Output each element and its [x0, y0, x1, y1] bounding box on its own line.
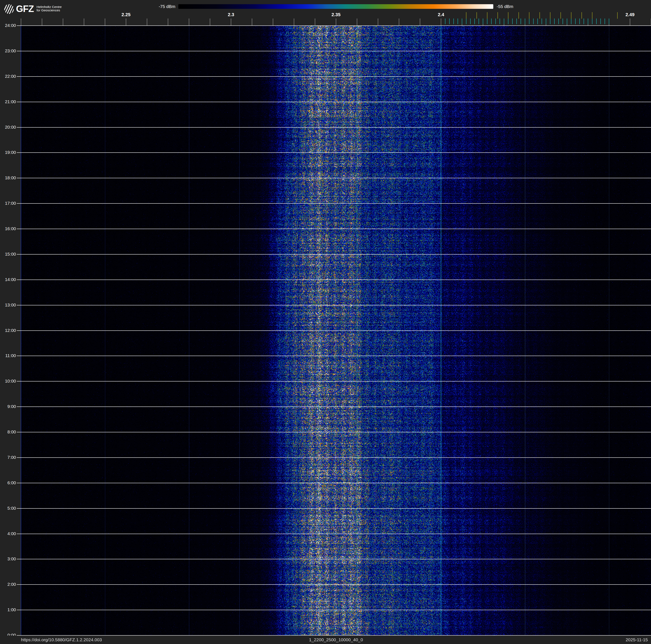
time-label: 10:00 — [0, 379, 16, 384]
ble-channel-tick — [445, 19, 445, 24]
wifi-channel-tick — [617, 12, 618, 19]
wifi-channel-tick — [476, 12, 477, 19]
ble-channel-tick — [491, 19, 492, 24]
ble-channel-tick — [558, 19, 559, 24]
header: GFZ Helmholtz Centre for Geosciences -75… — [0, 0, 651, 25]
ble-channel-tick — [550, 19, 550, 24]
colorbar-gradient — [178, 4, 493, 9]
freq-minor-tick — [189, 19, 189, 25]
freq-minor-tick — [630, 19, 630, 25]
freq-tick-label: 2.3 — [220, 12, 242, 17]
wifi-channel-tick — [529, 12, 529, 19]
ble-channel-tick — [529, 19, 529, 24]
wifi-channel-tick — [571, 12, 571, 19]
freq-minor-tick — [21, 19, 21, 25]
time-label: 4:00 — [0, 531, 16, 536]
time-label: 19:00 — [0, 150, 16, 155]
gfz-logo-brand: GFZ — [16, 4, 34, 14]
time-label: 15:00 — [0, 252, 16, 257]
ble-channel-tick — [454, 19, 454, 24]
ble-channel-tick — [470, 19, 471, 24]
ble-channel-tick — [483, 19, 483, 24]
time-label: 11:00 — [0, 353, 16, 358]
freq-minor-tick — [84, 19, 84, 25]
wifi-channel-tick — [487, 12, 488, 19]
spectrogram-plot — [21, 25, 651, 636]
ble-channel-tick — [567, 19, 567, 24]
freq-minor-tick — [294, 19, 294, 25]
carrier-line — [21, 26, 21, 635]
date-text: 2025-11-15 — [626, 636, 648, 644]
carrier-line — [189, 26, 189, 635]
ble-channel-tick — [592, 19, 592, 24]
freq-minor-tick — [231, 19, 231, 25]
freq-minor-tick — [42, 19, 42, 25]
freq-tick-label: 2.25 — [116, 12, 136, 17]
freq-tick-label: 2.49 — [620, 12, 641, 17]
carrier-line — [609, 26, 609, 635]
freq-minor-tick — [378, 19, 378, 25]
freq-minor-tick — [273, 19, 273, 25]
ble-channel-tick — [517, 19, 517, 24]
spectrogram-canvas — [21, 26, 651, 635]
time-label: 2:00 — [0, 582, 16, 587]
freq-minor-tick — [168, 19, 168, 25]
carrier-line — [239, 26, 240, 635]
time-label: 18:00 — [0, 175, 16, 180]
freq-minor-tick — [441, 19, 441, 25]
ble-channel-tick — [525, 19, 525, 24]
time-label: 20:00 — [0, 125, 16, 130]
ble-channel-tick — [449, 19, 450, 24]
freq-minor-tick — [126, 19, 126, 25]
freq-minor-tick — [105, 19, 105, 25]
ble-channel-tick — [554, 19, 555, 24]
ble-channel-tick — [571, 19, 571, 24]
time-label: 7:00 — [0, 455, 16, 460]
ble-channel-tick — [512, 19, 513, 24]
wifi-channel-tick — [560, 12, 561, 19]
ble-channel-tick — [521, 19, 521, 24]
wifi-channel-tick — [592, 12, 592, 19]
ble-channel-tick — [588, 19, 588, 24]
wifi-channel-tick — [539, 12, 540, 19]
carrier-line — [525, 26, 525, 635]
ble-channel-tick — [541, 19, 542, 24]
ble-channel-tick — [609, 19, 609, 24]
ble-channel-tick — [504, 19, 504, 24]
colorbar-min-label: -75 dBm — [147, 4, 175, 9]
time-label: 12:00 — [0, 328, 16, 333]
wifi-channel-tick — [466, 12, 466, 19]
time-label: 24:00 — [0, 23, 16, 28]
time-label: 1:00 — [0, 607, 16, 612]
ble-channel-tick — [478, 19, 479, 24]
time-label: 13:00 — [0, 302, 16, 308]
time-label: 23:00 — [0, 48, 16, 53]
freq-minor-tick — [210, 19, 210, 25]
gfz-logo-subtitle-line1: Helmholtz Centre — [36, 5, 62, 9]
carrier-line — [357, 26, 357, 635]
freq-minor-tick — [336, 19, 336, 25]
ble-channel-tick — [575, 19, 576, 24]
time-label: 14:00 — [0, 277, 16, 282]
wifi-channel-tick — [497, 12, 498, 19]
ble-channel-tick — [474, 19, 475, 24]
ble-channel-tick — [604, 19, 605, 24]
ble-channel-tick — [487, 19, 488, 24]
freq-tick-label: 2.4 — [431, 12, 452, 17]
time-label: 8:00 — [0, 430, 16, 435]
ble-channel-tick — [546, 19, 546, 24]
ble-channel-tick — [508, 19, 508, 24]
freq-tick-label: 2.35 — [326, 12, 346, 17]
ble-channel-tick — [596, 19, 597, 24]
gfz-logo-subtitle-line2: for Geosciences — [36, 9, 62, 12]
freq-minor-tick — [63, 19, 63, 25]
freq-minor-tick — [357, 19, 357, 25]
ble-channel-tick — [600, 19, 601, 24]
wifi-channel-tick — [519, 12, 519, 19]
ble-channel-tick — [537, 19, 538, 24]
time-label: 22:00 — [0, 74, 16, 79]
ble-channel-tick — [579, 19, 580, 24]
ble-channel-tick — [462, 19, 462, 24]
wifi-channel-tick — [582, 12, 582, 19]
ble-channel-tick — [563, 19, 563, 24]
